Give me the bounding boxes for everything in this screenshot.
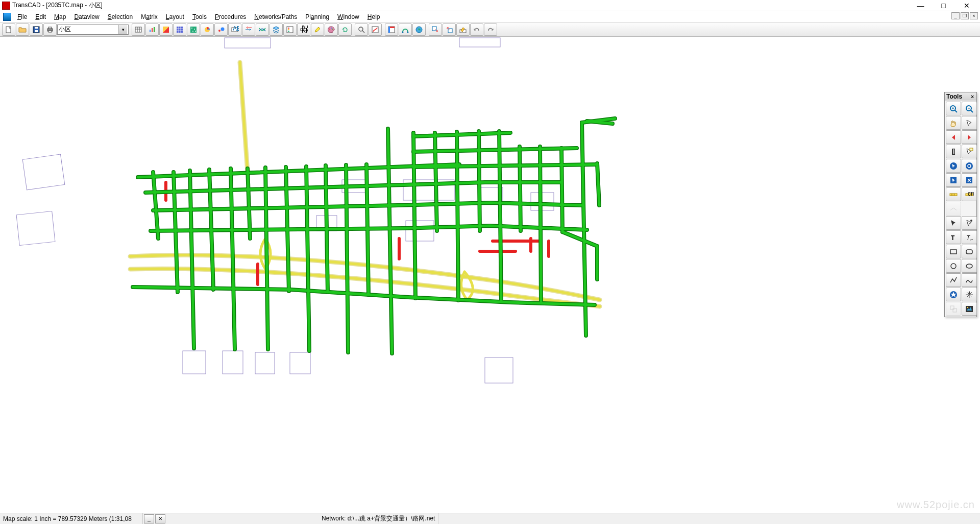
menu-procedures[interactable]: Procedures [211,12,250,21]
svg-text:i: i [953,148,954,155]
rectangle-tool[interactable] [946,245,961,258]
arrow-tool[interactable] [946,216,961,230]
app-icon [2,2,10,10]
edit-layer-button[interactable] [456,23,470,36]
mdi-close[interactable]: × [970,12,978,19]
theme-scaled-button[interactable] [214,23,228,36]
menu-selection[interactable]: Selection [104,12,137,21]
select-point-tool[interactable] [946,159,961,173]
tools-palette-close-icon[interactable]: × [970,94,975,100]
svg-rect-15 [190,27,197,33]
text-tool[interactable]: T [946,230,961,244]
tools-palette: Tools × i cm T T [944,92,977,317]
theme-pattern-button[interactable] [173,23,186,36]
svg-point-41 [402,31,404,33]
route-button[interactable] [369,23,382,36]
edit-arrow-tool[interactable] [962,216,977,230]
select-poly-tool[interactable] [962,173,977,187]
menu-file[interactable]: File [13,12,31,21]
menu-networks-paths[interactable]: Networks/Paths [250,12,301,21]
menu-edit[interactable]: Edit [31,12,50,21]
theme-chart-button[interactable] [201,23,214,36]
menu-matrix[interactable]: Matrix [137,12,162,21]
layer-dropdown[interactable]: 小区 [57,25,129,35]
pointer-tool[interactable] [962,116,977,130]
world-button[interactable] [412,23,426,36]
svg-text:T: T [966,234,971,242]
pan-tool[interactable] [946,116,961,130]
rounded-rect-tool[interactable] [962,245,977,258]
info-tool[interactable]: i [946,145,961,158]
label-tool[interactable] [962,145,977,158]
find-button[interactable] [355,23,368,36]
svg-rect-6 [48,31,52,32]
svg-rect-52 [223,351,243,374]
palette-button[interactable] [325,23,338,36]
undo-button[interactable] [470,23,483,36]
legend-button[interactable] [283,23,297,36]
label-button[interactable]: AB [228,23,241,36]
status-scale-lock-button[interactable]: ✕ [155,514,165,523]
mdi-minimize[interactable]: _ [951,12,960,19]
svg-point-18 [192,31,193,32]
highlighter-button[interactable] [311,23,324,36]
menu-tools[interactable]: Tools [188,12,211,21]
tools-palette-title[interactable]: Tools × [945,92,976,101]
ruler-tool[interactable]: cm [962,187,977,201]
svg-rect-58 [406,221,434,241]
status-scale-set-button[interactable]: ⎯ [144,514,154,523]
select-in-button[interactable] [429,23,442,36]
svg-point-34 [332,29,333,30]
new-button[interactable] [2,23,15,36]
group-tool[interactable] [946,302,961,316]
select-circle-tool[interactable] [962,159,977,173]
minimize-button[interactable]: — [909,1,932,11]
open-button[interactable] [16,23,29,36]
svg-rect-141 [966,250,972,254]
mdi-restore[interactable]: ❐ [961,12,969,19]
menu-planning[interactable]: Planning [301,12,333,21]
freehand-text-tool[interactable]: T [962,230,977,244]
maximize-button[interactable]: □ [932,1,955,11]
select-out-button[interactable] [443,23,456,36]
menu-map[interactable]: Map [50,12,70,21]
prev-view-tool[interactable] [946,130,961,144]
theme-dot-button[interactable] [187,23,200,36]
dataview-button[interactable] [132,23,145,36]
desire-lines-button[interactable] [399,23,412,36]
svg-rect-26 [288,28,289,29]
circle-tool[interactable] [946,259,961,273]
matrix-button[interactable] [385,23,398,36]
svg-rect-49 [22,154,65,190]
zoom-in-tool[interactable] [946,102,961,115]
menu-help[interactable]: Help [363,12,384,21]
curve-tool[interactable] [962,273,977,287]
next-view-tool[interactable] [962,130,977,144]
redo-button[interactable] [484,23,497,36]
flow-button[interactable] [256,23,269,36]
star-tool[interactable] [946,288,961,301]
theme-color-button[interactable] [159,23,173,36]
menu-dataview[interactable]: Dataview [70,12,103,21]
image-tool[interactable] [962,302,977,316]
compass-tool[interactable] [962,288,977,301]
select-rect-tool[interactable] [946,173,961,187]
menu-layout[interactable]: Layout [162,12,188,21]
svg-point-148 [967,306,968,307]
ellipse-tool[interactable] [962,259,977,273]
chart-button[interactable] [145,23,159,36]
svg-point-127 [966,162,973,170]
svg-rect-25 [287,27,293,33]
scale-button[interactable]: MIKM [297,23,310,36]
save-button[interactable] [30,23,43,36]
print-button[interactable] [43,23,57,36]
arrows-button[interactable] [242,23,255,36]
menu-window[interactable]: Window [333,12,363,21]
layers-button[interactable] [270,23,283,36]
zoom-out-tool[interactable] [962,102,977,115]
close-button[interactable]: ✕ [955,1,978,11]
map-canvas[interactable] [0,37,980,513]
polyline-tool[interactable] [946,273,961,287]
measure-tool[interactable] [946,187,961,201]
refresh-button[interactable] [338,23,352,36]
